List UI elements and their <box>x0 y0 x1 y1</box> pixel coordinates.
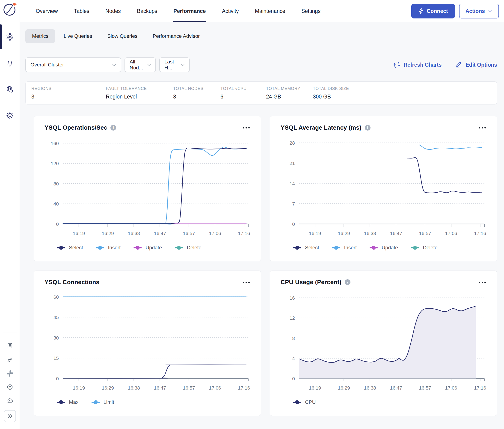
chart-legend: CPU <box>293 399 486 405</box>
chart-legend: SelectInsertUpdateDelete <box>57 245 250 251</box>
sidebar-nav <box>0 29 20 135</box>
svg-text:?: ? <box>9 385 11 389</box>
ysql-latency-chart[interactable]: 0714212816:1916:2916:3816:4716:5717:0617… <box>281 134 487 243</box>
tab-nodes[interactable]: Nodes <box>105 0 121 22</box>
sidebar-item-docs[interactable] <box>6 342 14 350</box>
ysql-connections-chart[interactable]: 01530456016:1916:2916:3816:4716:5717:061… <box>44 289 251 397</box>
legend-dot <box>136 246 140 250</box>
tab-performance[interactable]: Performance <box>173 0 206 22</box>
svg-text:17:06: 17:06 <box>445 385 457 391</box>
subtab-metrics[interactable]: Metrics <box>25 29 55 43</box>
legend-marker <box>133 247 142 248</box>
subtab-performance-advisor[interactable]: Performance Advisor <box>146 29 206 43</box>
legend-item[interactable]: Limit <box>91 399 114 405</box>
chart-menu-button[interactable] <box>478 125 486 130</box>
svg-text:16:47: 16:47 <box>390 385 402 391</box>
yugabyte-logo[interactable] <box>2 2 17 18</box>
chart-menu-button[interactable] <box>242 280 250 285</box>
subtab-slow-queries[interactable]: Slow Queries <box>100 29 144 43</box>
sidebar-item-integrations[interactable] <box>6 356 14 364</box>
legend-item[interactable]: Select <box>293 245 319 251</box>
sidebar-item-settings[interactable] <box>0 108 20 123</box>
sidebar-item-clusters[interactable] <box>0 29 20 44</box>
help-icon: ? <box>6 383 14 391</box>
tab-overview[interactable]: Overview <box>36 0 58 22</box>
svg-text:17:16: 17:16 <box>474 385 486 391</box>
sidebar-item-network[interactable] <box>0 82 20 97</box>
tab-activity[interactable]: Activity <box>222 0 239 22</box>
sidebar-item-slack[interactable] <box>6 370 14 377</box>
legend-label: Limit <box>104 399 114 405</box>
sidebar-expand-button[interactable] <box>4 410 16 422</box>
chart-menu-button[interactable] <box>478 280 486 285</box>
svg-text:16:57: 16:57 <box>183 385 195 391</box>
chart-title: YSQL Operations/Sec <box>44 124 107 131</box>
sidebar-item-status[interactable] <box>6 397 14 404</box>
edit-options-button[interactable]: Edit Options <box>455 61 497 68</box>
refresh-charts-label: Refresh Charts <box>404 62 442 68</box>
edit-pencil-icon <box>455 61 462 68</box>
svg-text:16:19: 16:19 <box>73 231 85 236</box>
svg-text:16:38: 16:38 <box>128 385 140 391</box>
legend-item[interactable]: CPU <box>293 399 316 405</box>
chart-header: CPU Usage (Percent) <box>281 279 486 286</box>
actions-button[interactable]: Actions <box>459 4 499 18</box>
svg-text:80: 80 <box>53 181 59 186</box>
svg-text:120: 120 <box>51 161 59 166</box>
sidebar-item-help[interactable]: ? <box>6 383 14 391</box>
time-range-select[interactable]: Last H... <box>159 57 190 72</box>
legend-item[interactable]: Insert <box>96 245 121 251</box>
chart-card-ysql-operations: YSQL Operations/Sec 0408012016016:1916:2… <box>34 116 261 261</box>
performance-subtabs: Metrics Live Queries Slow Queries Perfor… <box>25 29 497 43</box>
chart-menu-button[interactable] <box>242 125 250 130</box>
svg-text:17:16: 17:16 <box>238 231 250 236</box>
stat-total-vcpu: TOTAL vCPU 6 <box>221 86 266 100</box>
bell-icon <box>6 59 14 67</box>
svg-text:8: 8 <box>292 336 295 341</box>
legend-item[interactable]: Select <box>57 245 83 251</box>
legend-item[interactable]: Max <box>57 399 79 405</box>
edit-options-label: Edit Options <box>466 62 497 68</box>
sidebar: ? <box>0 0 20 429</box>
nodes-select[interactable]: All Nod... <box>124 57 156 72</box>
ysql-operations-chart[interactable]: 0408012016016:1916:2916:3816:4716:5717:0… <box>44 134 251 243</box>
subtab-live-queries[interactable]: Live Queries <box>57 29 99 43</box>
connect-button[interactable]: Connect <box>411 4 455 18</box>
legend-dot <box>372 246 376 250</box>
sidebar-divider <box>2 333 17 333</box>
info-icon[interactable] <box>365 125 371 131</box>
stat-fault-tolerance: FAULT TOLERANCE Region Level <box>106 86 173 100</box>
performance-content: Metrics Live Queries Slow Queries Perfor… <box>20 22 504 416</box>
svg-text:7: 7 <box>292 201 295 206</box>
info-icon[interactable] <box>110 125 116 131</box>
legend-label: Select <box>69 245 83 251</box>
gear-icon <box>6 112 14 120</box>
stat-value: 300 GB <box>313 94 497 100</box>
legend-marker <box>57 402 65 403</box>
chevrons-right-icon <box>7 413 13 419</box>
legend-item[interactable]: Update <box>370 245 398 251</box>
legend-item[interactable]: Delete <box>175 245 202 251</box>
legend-dot <box>334 246 338 250</box>
legend-dot <box>177 246 181 250</box>
legend-item[interactable]: Update <box>133 245 162 251</box>
tab-tables[interactable]: Tables <box>74 0 89 22</box>
sidebar-item-alerts[interactable] <box>0 56 20 71</box>
svg-text:16:57: 16:57 <box>183 231 195 236</box>
tab-settings[interactable]: Settings <box>301 0 320 22</box>
charts-grid: YSQL Operations/Sec 0408012016016:1916:2… <box>34 116 497 416</box>
plug-icon <box>6 356 14 364</box>
cpu-usage-chart[interactable]: 048121616:1916:2916:3816:4716:5717:0617:… <box>281 289 487 397</box>
tab-backups[interactable]: Backups <box>137 0 157 22</box>
cluster-scope-select[interactable]: Overall Cluster <box>25 57 121 72</box>
svg-text:16:29: 16:29 <box>102 231 114 236</box>
cluster-top-nav: Overview Tables Nodes Backups Performanc… <box>20 0 504 22</box>
legend-item[interactable]: Delete <box>411 245 438 251</box>
legend-marker <box>370 247 378 248</box>
refresh-charts-button[interactable]: Refresh Charts <box>393 61 442 68</box>
legend-item[interactable]: Insert <box>332 245 357 251</box>
info-icon[interactable] <box>345 279 350 285</box>
svg-text:16:47: 16:47 <box>154 231 166 236</box>
tab-maintenance[interactable]: Maintenance <box>255 0 285 22</box>
stat-label: TOTAL DISK SIZE <box>313 86 497 91</box>
